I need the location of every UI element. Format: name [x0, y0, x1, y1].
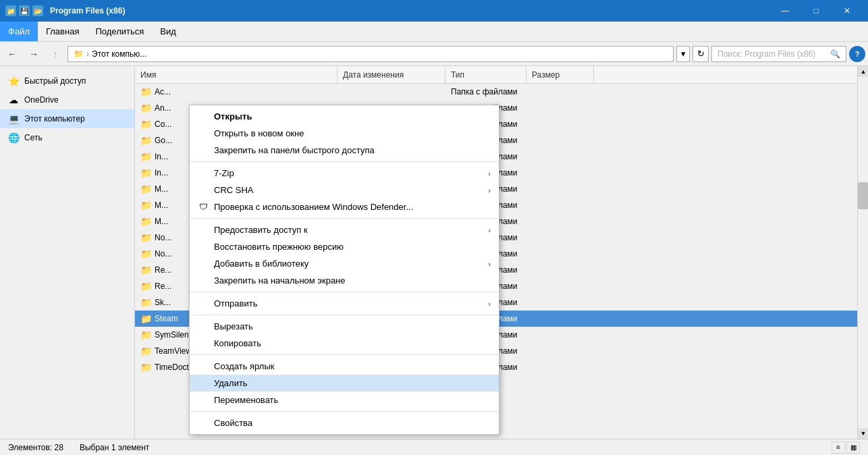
ctx-defender[interactable]: 🛡 Проверка с использованием Windows Defe…	[190, 198, 499, 215]
ctx-share[interactable]: Предоставить доступ к ›	[190, 221, 499, 238]
menu-view[interactable]: Вид	[152, 22, 184, 41]
ctx-crc-sha-arrow: ›	[488, 186, 491, 194]
address-dropdown[interactable]: ▾	[676, 46, 690, 62]
ctx-7zip-label: 7-Zip	[214, 168, 234, 178]
col-header-name[interactable]: Имя	[135, 66, 337, 83]
ctx-copy-label: Копировать	[214, 338, 261, 348]
maximize-button[interactable]: □	[801, 0, 832, 22]
window: 📁 💾 📂 Program Files (x86) — □ ✕ Файл Гла…	[0, 0, 868, 455]
ctx-pin-start[interactable]: Закрепить на начальном экране	[190, 272, 499, 289]
ctx-cut-label: Вырезать	[214, 321, 253, 331]
ctx-sep-6	[190, 411, 499, 412]
sidebar-item-this-pc[interactable]: 💻 Этот компьютер	[0, 109, 134, 128]
ctx-pin-quick-access[interactable]: Закрепить на панели быстрого доступа	[190, 142, 499, 159]
ctx-create-shortcut-label: Создать ярлык	[214, 361, 274, 371]
search-placeholder: Поиск: Program Files (x86)	[717, 49, 815, 59]
ctx-cut[interactable]: Вырезать	[190, 318, 499, 335]
sidebar-item-onedrive[interactable]: ☁ OneDrive	[0, 90, 134, 109]
scroll-down-button[interactable]: ▼	[858, 428, 868, 439]
sidebar-label-this-pc: Этот компьютер	[24, 114, 85, 124]
help-button[interactable]: ?	[849, 46, 865, 62]
list-view-button[interactable]: ▦	[846, 441, 860, 454]
context-menu: Открыть Открыть в новом окне Закрепить н…	[189, 105, 499, 435]
file-list-header: Имя Дата изменения Тип Размер	[135, 66, 857, 84]
search-icon: 🔍	[830, 49, 840, 59]
open-icon-title: 📂	[32, 5, 43, 16]
ctx-send-to-label: Отправить	[214, 298, 257, 309]
search-bar[interactable]: Поиск: Program Files (x86) 🔍	[711, 46, 846, 62]
ctx-sep-4	[190, 315, 499, 315]
col-header-size[interactable]: Размер	[526, 66, 594, 83]
address-folder-icon: 📁	[74, 49, 84, 59]
sidebar-item-quick-access[interactable]: ⭐ Быстрый доступ	[0, 72, 134, 90]
window-controls: — □ ✕	[769, 0, 863, 22]
forward-button[interactable]: →	[24, 45, 43, 63]
ctx-sep-1	[190, 161, 499, 162]
onedrive-icon: ☁	[8, 95, 19, 105]
scroll-up-button[interactable]: ▲	[858, 66, 868, 77]
menu-file[interactable]: Файл	[0, 22, 38, 41]
ctx-properties-label: Свойства	[214, 418, 252, 428]
status-bar: Элементов: 28 Выбран 1 элемент ≡ ▦	[0, 439, 868, 455]
sidebar-label-quick-access: Быстрый доступ	[24, 76, 86, 86]
back-button[interactable]: ←	[3, 45, 22, 63]
network-icon: 🌐	[8, 132, 19, 143]
refresh-button[interactable]: ↻	[693, 46, 709, 62]
ctx-copy[interactable]: Копировать	[190, 335, 499, 352]
table-row[interactable]: 📁Ac... Папка с файлами	[135, 84, 857, 100]
ctx-add-library[interactable]: Добавить в библиотеку ›	[190, 255, 499, 272]
title-bar: 📁 💾 📂 Program Files (x86) — □ ✕	[0, 0, 868, 22]
ctx-delete[interactable]: Удалить	[190, 375, 499, 392]
ctx-send-to-arrow: ›	[488, 300, 491, 308]
ctx-rename[interactable]: Переименовать	[190, 392, 499, 408]
scroll-thumb[interactable]	[858, 182, 868, 209]
col-header-date[interactable]: Дата изменения	[337, 66, 445, 83]
ctx-restore-prev[interactable]: Восстановить прежнюю версию	[190, 238, 499, 255]
menu-share[interactable]: Поделиться	[87, 22, 152, 41]
ctx-delete-label: Удалить	[214, 378, 248, 388]
ctx-properties[interactable]: Свойства	[190, 414, 499, 431]
sidebar-item-network[interactable]: 🌐 Сеть	[0, 128, 134, 147]
ctx-pin-quick-access-label: Закрепить на панели быстрого доступа	[214, 145, 375, 155]
menu-home[interactable]: Главная	[38, 22, 87, 41]
ctx-crc-sha-label: CRC SHA	[214, 185, 254, 195]
scroll-track[interactable]	[858, 77, 868, 428]
ctx-open-new-window[interactable]: Открыть в новом окне	[190, 125, 499, 142]
sidebar: ⭐ Быстрый доступ ☁ OneDrive 💻 Этот компь…	[0, 66, 135, 439]
address-path: Этот компью...	[92, 49, 146, 59]
toolbar: ← → ↑ 📁 › Этот компью... ▾ ↻ Поиск: Prog…	[0, 42, 868, 66]
ctx-open-new-window-label: Открыть в новом окне	[214, 128, 304, 138]
item-count: Элементов: 28	[8, 443, 63, 452]
ctx-7zip[interactable]: 7-Zip ›	[190, 165, 499, 182]
ctx-open[interactable]: Открыть	[190, 108, 499, 125]
defender-icon: 🛡	[196, 202, 210, 212]
ctx-sep-5	[190, 354, 499, 355]
this-pc-icon: 💻	[8, 113, 19, 124]
minimize-button[interactable]: —	[769, 0, 801, 22]
selected-count: Выбран 1 элемент	[80, 443, 149, 452]
ctx-add-library-label: Добавить в библиотеку	[214, 259, 308, 269]
sidebar-label-network: Сеть	[24, 133, 43, 142]
details-view-button[interactable]: ≡	[832, 441, 845, 454]
quick-access-icon: ⭐	[8, 76, 19, 86]
close-button[interactable]: ✕	[832, 0, 863, 22]
ctx-share-arrow: ›	[488, 226, 491, 234]
ctx-pin-start-label: Закрепить на начальном экране	[214, 275, 346, 286]
ctx-defender-label: Проверка с использованием Windows Defend…	[214, 202, 413, 212]
col-header-type[interactable]: Тип	[445, 66, 526, 83]
address-bar[interactable]: 📁 › Этот компью...	[67, 46, 674, 62]
ctx-rename-label: Переименовать	[214, 395, 278, 405]
menu-bar: Файл Главная Поделиться Вид	[0, 22, 868, 42]
address-separator-1: ›	[86, 49, 89, 59]
ctx-create-shortcut[interactable]: Создать ярлык	[190, 358, 499, 375]
ctx-7zip-arrow: ›	[488, 169, 491, 178]
ctx-crc-sha[interactable]: CRC SHA ›	[190, 182, 499, 198]
ctx-sep-3	[190, 292, 499, 292]
up-button[interactable]: ↑	[46, 45, 65, 63]
ctx-send-to[interactable]: Отправить ›	[190, 295, 499, 312]
sidebar-label-onedrive: OneDrive	[24, 95, 59, 105]
ctx-restore-prev-label: Восстановить прежнюю версию	[214, 242, 344, 252]
vertical-scrollbar[interactable]: ▲ ▼	[857, 66, 868, 439]
view-buttons: ≡ ▦	[832, 441, 860, 454]
title-bar-icons: 📁 💾 📂	[5, 5, 43, 16]
